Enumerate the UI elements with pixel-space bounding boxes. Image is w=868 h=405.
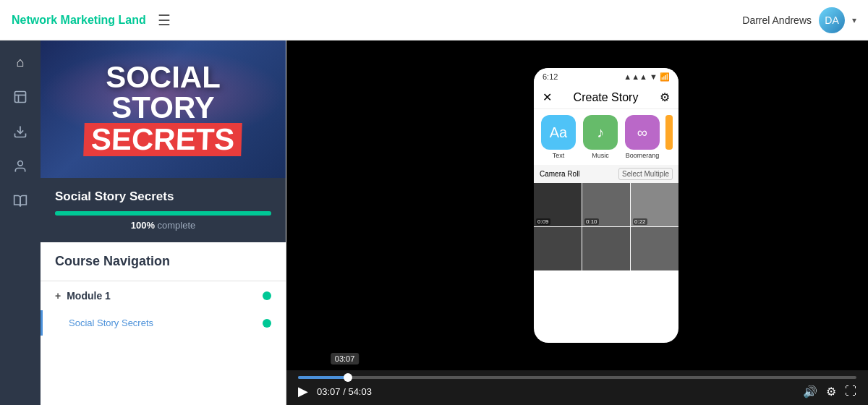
phone-status-bar: 6:12 ▲▲▲ ▼ 📶 — [534, 68, 678, 86]
main-container: ⌂ SOCIAL — [0, 40, 868, 405]
photo-cell-6 — [631, 227, 678, 270]
photo-cell-1: 0:09 — [534, 183, 582, 226]
settings-button[interactable]: ⚙ — [826, 385, 836, 398]
thumbnail-line3: SECRETS — [84, 123, 243, 156]
lesson-social-story-secrets[interactable]: Social Story Secrets — [41, 310, 286, 336]
thumbnail-line1: SOCIAL — [84, 62, 242, 93]
story-options: Aa Text ♪ Music ∞ Boomerang — [534, 109, 678, 165]
story-option-boomerang[interactable]: ∞ Boomerang — [624, 115, 661, 159]
top-header: Network Marketing Land ☰ Darrel Andrews … — [0, 0, 868, 40]
header-left: Network Marketing Land ☰ — [12, 12, 171, 29]
story-option-text[interactable]: Aa Text — [540, 115, 577, 159]
time-display: 03:07 / 54:03 — [317, 386, 372, 397]
controls-row: ▶ 03:07 / 54:03 🔊 ⚙ ⛶ — [298, 383, 856, 399]
progress-track[interactable]: 03:07 — [298, 376, 856, 379]
gear-icon: ⚙ — [660, 90, 670, 104]
photo-grid: 0:09 0:10 0:22 — [534, 183, 678, 270]
sidebar-item-profile[interactable] — [3, 150, 38, 182]
controls-left: ▶ 03:07 / 54:03 — [298, 383, 372, 399]
lesson-link[interactable]: Social Story Secrets — [69, 317, 153, 328]
current-time: 03:07 — [317, 386, 341, 397]
sidebar-item-learn[interactable] — [3, 185, 38, 217]
video-player[interactable]: 6:12 ▲▲▲ ▼ 📶 ✕ Create Story ⚙ Aa Text — [286, 40, 868, 370]
progress-thumb[interactable]: 03:07 — [344, 373, 352, 382]
thumbnail-line2: STORY — [84, 93, 242, 123]
play-button[interactable]: ▶ — [298, 383, 308, 399]
music-option-icon: ♪ — [583, 115, 618, 150]
progress-label: 100% complete — [55, 220, 271, 231]
close-icon: ✕ — [542, 90, 552, 104]
module-1-complete-dot — [263, 291, 271, 300]
music-option-label: Music — [592, 152, 609, 159]
photo-cell-4 — [534, 227, 582, 270]
nav-header: Course Navigation — [41, 242, 286, 281]
chevron-down-icon[interactable]: ▾ — [852, 15, 856, 25]
video-content: 6:12 ▲▲▲ ▼ 📶 ✕ Create Story ⚙ Aa Text — [286, 40, 868, 370]
text-option-icon: Aa — [541, 115, 576, 150]
video-controls: 03:07 ▶ 03:07 / 54:03 🔊 ⚙ ⛶ — [286, 370, 868, 405]
header-right: Darrel Andrews DA ▾ — [742, 7, 856, 33]
timestamp-3: 0:22 — [633, 218, 647, 225]
phone-signal: ▲▲▲ ▼ 📶 — [624, 72, 670, 82]
app-logo[interactable]: Network Marketing Land — [12, 14, 146, 27]
text-option-label: Text — [553, 152, 565, 159]
progress-played — [298, 376, 348, 379]
course-title: Social Story Secrets — [55, 189, 271, 204]
progress-bar — [55, 211, 271, 216]
progress-fill — [55, 211, 271, 216]
sidebar-item-courses[interactable] — [3, 81, 38, 113]
timestamp-2: 0:10 — [584, 218, 599, 225]
time-tooltip: 03:07 — [331, 353, 359, 364]
icon-sidebar: ⌂ — [0, 40, 41, 405]
fullscreen-button[interactable]: ⛶ — [845, 385, 856, 398]
photo-cell-2: 0:10 — [582, 183, 630, 226]
svg-point-4 — [18, 161, 23, 166]
camera-roll-bar: Camera Roll Select Multiple — [534, 165, 678, 183]
video-area: 6:12 ▲▲▲ ▼ 📶 ✕ Create Story ⚙ Aa Text — [286, 40, 868, 405]
sidebar-item-downloads[interactable] — [3, 116, 38, 148]
camera-roll-label[interactable]: Camera Roll — [540, 170, 580, 178]
sidebar-item-home[interactable]: ⌂ — [3, 46, 38, 78]
course-thumbnail: SOCIAL STORY SECRETS — [41, 40, 286, 178]
select-multiple-btn[interactable]: Select Multiple — [618, 168, 673, 180]
story-option-music[interactable]: ♪ Music — [582, 115, 619, 159]
phone-time: 6:12 — [542, 72, 558, 82]
boomerang-option-label: Boomerang — [626, 152, 660, 159]
lesson-complete-dot — [263, 319, 271, 328]
menu-icon[interactable]: ☰ — [158, 12, 171, 29]
phone-header: ✕ Create Story ⚙ — [534, 86, 678, 109]
thumbnail-text: SOCIAL STORY SECRETS — [84, 62, 242, 156]
course-sidebar: SOCIAL STORY SECRETS Social Story Secret… — [41, 40, 286, 405]
svg-rect-0 — [15, 92, 26, 103]
total-time: 54:03 — [348, 386, 372, 397]
avatar[interactable]: DA — [819, 7, 845, 33]
module-1-item[interactable]: + Module 1 — [41, 281, 286, 310]
phone-header-title: Create Story — [574, 91, 639, 104]
plus-icon: + — [55, 290, 61, 302]
module-1-label: + Module 1 — [55, 290, 111, 302]
progress-percent: 100% — [131, 220, 155, 231]
user-name: Darrel Andrews — [742, 14, 812, 26]
module-1-title: Module 1 — [67, 290, 111, 302]
phone-mockup: 6:12 ▲▲▲ ▼ 📶 ✕ Create Story ⚙ Aa Text — [534, 68, 678, 343]
photo-cell-5 — [582, 227, 630, 270]
orange-bar — [665, 115, 673, 150]
course-navigation: Course Navigation + Module 1 Social Stor… — [41, 242, 286, 336]
controls-right: 🔊 ⚙ ⛶ — [803, 385, 856, 398]
course-info: Social Story Secrets 100% complete — [41, 178, 286, 242]
volume-button[interactable]: 🔊 — [803, 385, 817, 398]
boomerang-option-icon: ∞ — [625, 115, 660, 150]
timestamp-1: 0:09 — [536, 218, 550, 225]
photo-cell-3: 0:22 — [631, 183, 678, 226]
